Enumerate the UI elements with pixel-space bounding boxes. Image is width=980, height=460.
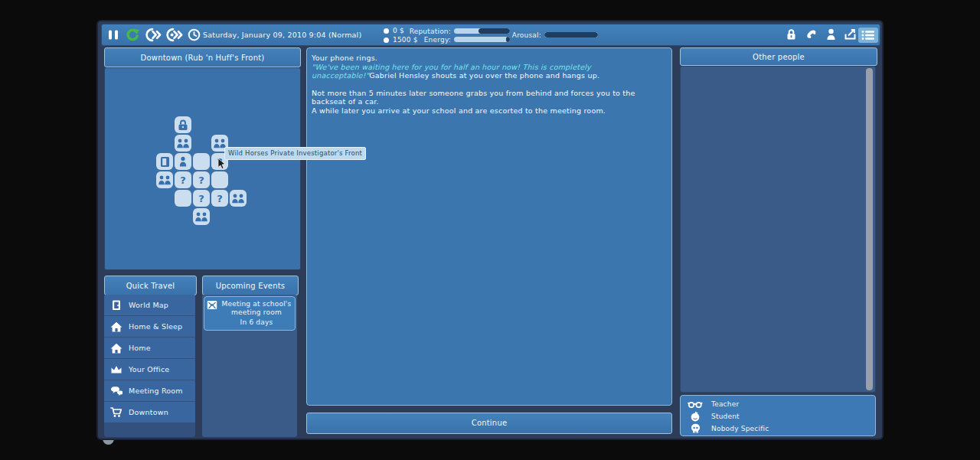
- cart-icon: [110, 406, 122, 418]
- reputation-bar: [454, 28, 510, 34]
- scrollbar-track[interactable]: [866, 68, 873, 390]
- legend-label: Teacher: [711, 400, 739, 408]
- chat-icon: [110, 386, 122, 396]
- home-icon: [110, 321, 122, 332]
- quick-travel-label: Your Office: [129, 365, 169, 374]
- skull-icon: [688, 423, 703, 434]
- quick-travel-item-home[interactable]: Home: [104, 338, 195, 358]
- city-map: ?????: [104, 67, 301, 270]
- top-bar: Saturday, January 09, 2010 9:04 (Normal)…: [101, 24, 880, 46]
- upcoming-events-header: Upcoming Events: [202, 276, 299, 295]
- people-icon: [194, 212, 208, 222]
- legend-row-teacher[interactable]: Teacher: [688, 398, 868, 410]
- map-tile-question[interactable]: ?: [193, 171, 210, 188]
- fast-forward-icon[interactable]: [145, 28, 162, 42]
- game-date: Saturday, January 09, 2010 9:04 (Normal): [203, 24, 361, 45]
- quick-travel-label: World Map: [129, 301, 168, 309]
- map-tile-none[interactable]: [193, 153, 210, 170]
- energy-bar: [454, 37, 510, 42]
- envelope-icon: [207, 300, 217, 327]
- story-line: Not more than 5 minutes later someone gr…: [312, 89, 667, 106]
- question-mark: ?: [217, 194, 223, 204]
- reputation-label: Reputation:: [407, 28, 451, 35]
- map-tile-people[interactable]: [230, 190, 247, 207]
- location-header: Downtown (Rub 'n Huff's Front): [104, 47, 301, 67]
- map-tile-question[interactable]: ?: [193, 190, 210, 207]
- event-card[interactable]: Meeting at school'smeeting roomIn 6 days: [204, 296, 296, 331]
- share-icon[interactable]: [844, 28, 858, 41]
- door-icon: [110, 299, 122, 311]
- event-text: Meeting at school'smeeting roomIn 6 days: [220, 300, 292, 327]
- arousal-bar-remaining: [544, 32, 598, 38]
- location-title: Downtown (Rub 'n Huff's Front): [141, 54, 265, 62]
- question-mark: ?: [198, 175, 204, 185]
- phone-icon[interactable]: [805, 28, 818, 41]
- continue-button[interactable]: Continue: [306, 413, 672, 434]
- clock-icon[interactable]: [188, 28, 201, 41]
- quick-travel-label: Downtown: [129, 408, 168, 416]
- upcoming-events-title: Upcoming Events: [216, 282, 286, 290]
- story-line: Your phone rings.: [312, 54, 667, 63]
- quick-travel-label: Home: [129, 344, 151, 352]
- map-tooltip: Wild Horses Private Investigator's Front: [224, 147, 366, 160]
- people-icon: [158, 175, 172, 185]
- door-icon: [160, 156, 170, 168]
- lock-icon[interactable]: [786, 28, 797, 41]
- legend-row-student[interactable]: Student: [688, 410, 868, 422]
- lock-icon: [178, 119, 188, 131]
- question-mark: ?: [198, 194, 204, 204]
- mouse-cursor: [217, 158, 227, 170]
- energy-bar-remaining: [506, 37, 510, 42]
- student-icon: [688, 411, 703, 422]
- scrollbar-thumb[interactable]: [866, 68, 873, 390]
- story-line: A while later you arrive at your school …: [312, 106, 667, 116]
- fastest-forward-icon[interactable]: [166, 28, 183, 42]
- quick-travel-item-home-sleep[interactable]: Home & Sleep: [104, 316, 195, 337]
- map-tile-people[interactable]: [156, 171, 173, 188]
- legend-row-nobody-specific[interactable]: Nobody Specific: [688, 422, 868, 435]
- legend-label: Nobody Specific: [711, 425, 769, 432]
- pause-icon[interactable]: [108, 29, 119, 41]
- energy-label: Energy:: [407, 36, 451, 44]
- quick-travel-item-downtown[interactable]: Downtown: [104, 402, 195, 422]
- map-tile-lock[interactable]: [175, 116, 191, 133]
- resume-icon[interactable]: [126, 28, 140, 42]
- map-tile-question[interactable]: ?: [211, 190, 228, 207]
- story-after-quote: Gabriel Hensley shouts at you over the p…: [369, 71, 599, 80]
- map-tile-person[interactable]: [175, 153, 191, 170]
- glasses-icon: [688, 400, 703, 409]
- other-people-header: Other people: [680, 47, 877, 66]
- map-tile-door[interactable]: [156, 153, 173, 170]
- upcoming-events-list: Meeting at school'smeeting roomIn 6 days: [202, 295, 297, 437]
- arousal-bar: [544, 32, 598, 38]
- person-icon[interactable]: [826, 28, 836, 41]
- other-people-title: Other people: [753, 53, 805, 61]
- quick-travel-header: Quick Travel: [104, 276, 197, 295]
- quick-travel-item-world-map[interactable]: World Map: [104, 295, 195, 315]
- map-tile-question[interactable]: ?: [175, 171, 191, 188]
- story-paragraph: "We've been waiting here for you for hal…: [312, 63, 667, 80]
- story-text-panel: Your phone rings. "We've been waiting he…: [306, 47, 672, 406]
- quick-travel-label: Home & Sleep: [129, 322, 182, 331]
- quick-travel-item-your-office[interactable]: Your Office: [104, 359, 195, 380]
- question-mark: ?: [180, 175, 186, 185]
- person-icon: [178, 156, 188, 167]
- money-dot-icon: [384, 28, 389, 34]
- quick-travel-title: Quick Travel: [126, 282, 175, 290]
- map-tile-none[interactable]: [175, 190, 191, 207]
- quick-travel-label: Meeting Room: [129, 387, 183, 395]
- money-dot-icon: [384, 38, 389, 43]
- people-icon: [176, 139, 190, 148]
- reputation-bar-remaining: [479, 28, 510, 34]
- quick-travel-item-meeting-room[interactable]: Meeting Room: [104, 380, 195, 401]
- crown-icon: [110, 364, 122, 374]
- map-tile-people[interactable]: [193, 208, 210, 225]
- event-countdown: In 6 days: [220, 318, 292, 327]
- arousal-label: Arousal:: [511, 31, 541, 39]
- legend-label: Student: [711, 413, 740, 420]
- money-primary: 0 $: [393, 26, 404, 35]
- people-icon: [231, 194, 245, 204]
- map-tile-none[interactable]: [211, 171, 228, 188]
- menu-icon[interactable]: [858, 28, 878, 43]
- map-tile-people[interactable]: [175, 135, 191, 152]
